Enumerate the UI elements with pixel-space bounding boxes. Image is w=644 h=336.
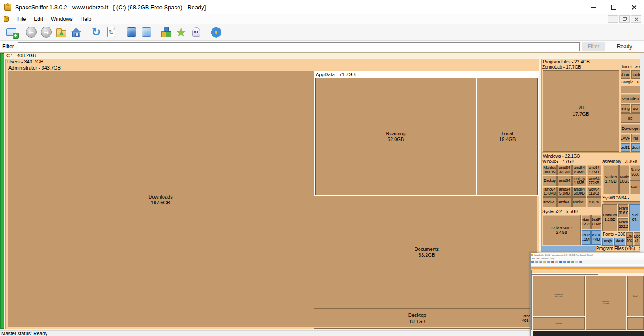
system32-header[interactable]: System32 - 5.5GB [542, 209, 601, 214]
block-pack[interactable]: pack [631, 70, 641, 79]
winsxs-cell[interactable]: amd64 [557, 176, 571, 186]
block-mi[interactable]: mi [631, 134, 641, 142]
winsxs-cell[interactable]: amd64_ [572, 197, 586, 207]
block-desk[interactable]: desk [614, 238, 625, 246]
windows-header[interactable]: Windows - 22.1GB [542, 153, 640, 159]
users-header[interactable]: Users - 343.7GB [6, 59, 539, 65]
block-syswow64[interactable]: SysWOW64 - 1.2GB [602, 195, 640, 205]
winsxs-cell[interactable]: amd6413.8MB [543, 187, 557, 197]
folder-up-button[interactable] [54, 25, 69, 39]
mdi-close-button[interactable] [631, 15, 641, 23]
block-documents[interactable]: Documents 63.2GB [314, 196, 539, 308]
maximize-button[interactable] [603, 0, 624, 14]
fonts-header[interactable]: Fonts - 380 [603, 232, 626, 237]
winsxs-cell[interactable]: Backup [543, 176, 557, 186]
more-detail-button[interactable] [139, 25, 154, 39]
refresh-button[interactable] [89, 25, 104, 39]
block-downloads[interactable]: Downloads 197.5GB [8, 71, 314, 329]
block-driverstore[interactable]: DriverStore2.4GB [543, 215, 581, 245]
block-datastore[interactable]: DataSto1.1GB [602, 204, 617, 231]
block-winsxs[interactable]: WinSxS - 7.7GB Manifes388.0M amd6449.7M … [542, 159, 601, 208]
block-c6cl[interactable]: c6cl67. [629, 204, 640, 231]
assembly-header[interactable]: assembly - 3.3GB [602, 159, 640, 164]
block-local[interactable]: Local 19.4GB [477, 78, 538, 195]
block-administrator[interactable]: Administrator - 343.7GB Downloads 197.5G… [7, 65, 538, 328]
block-share[interactable]: share [621, 70, 630, 79]
block-fram2[interactable]: Fram292.2 [618, 218, 628, 231]
block-lib[interactable]: lib [621, 113, 640, 123]
less-detail-button[interactable] [124, 25, 139, 39]
zennolab-header[interactable]: ZennoLab - 17.7GB [542, 65, 620, 70]
block-lavf[interactable]: LAVF [621, 134, 630, 142]
block-desl[interactable]: desl [631, 143, 641, 152]
block-dotnet-header[interactable]: dotnet - 89 [621, 65, 640, 70]
block-wsmpt[interactable]: WsmPt4KB [591, 230, 601, 245]
unknown-space-button[interactable] [174, 25, 189, 39]
block-usr[interactable]: usr [631, 104, 641, 113]
block-system32[interactable]: System32 - 5.5GB DriverStore2.4GB wbem11… [542, 209, 601, 246]
block-nativeimages3[interactable]: Nativ560. [630, 165, 640, 180]
mini-title-bar[interactable]: SpaceSniffer 1.3.0.2 - www.uderzo.it - [… [531, 253, 644, 257]
winsxs-cell[interactable]: amd645.3MB [557, 187, 571, 197]
home-button[interactable] [69, 25, 84, 39]
block-program-files-x86[interactable]: Program Files (x86) - 9.4GB [541, 246, 640, 252]
winsxs-cell[interactable]: amd64500KB [572, 187, 586, 197]
free-space-button[interactable] [159, 25, 174, 39]
winsxs-header[interactable]: WinSxS - 7.7GB [542, 159, 601, 164]
c-drive-header[interactable]: C:\ - 408.2GB [6, 53, 36, 59]
filter-input[interactable] [18, 42, 580, 51]
pf-x86-selected-area[interactable] [542, 246, 596, 251]
syswow64-body[interactable] [603, 201, 640, 204]
winsxs-cell[interactable]: amd6449.7M [557, 165, 571, 175]
block-google-body[interactable] [621, 86, 640, 93]
rescan-file-button[interactable] [104, 25, 119, 39]
block-zennolab[interactable]: ZennoLab - 17.7GB RU 17.7GB [542, 65, 620, 152]
minimize-button[interactable] [583, 0, 603, 14]
block-wbem[interactable]: wbem113.2M [582, 215, 591, 229]
winsxs-cell[interactable]: msil_sy1.5MB [572, 176, 586, 186]
mini-spacesniffer-window[interactable]: SpaceSniffer 1.3.0.2 - www.uderzo.it - [… [530, 253, 644, 336]
winsxs-cell[interactable]: x86_w [587, 197, 601, 207]
block-ee51[interactable]: ee51 [621, 143, 630, 152]
winsxs-cell[interactable]: amd642.3MB [572, 165, 586, 175]
block-msjh[interactable]: msjh [602, 238, 613, 246]
block-development[interactable]: Developn [621, 124, 640, 133]
block-desktop[interactable]: Desktop 10.1GB [314, 308, 520, 329]
mdi-restore-button[interactable] [619, 15, 630, 23]
block-ru[interactable]: RU 17.7GB [543, 70, 619, 152]
block-nativeimages2[interactable]: Nativ1.0GB [619, 165, 629, 194]
winsxs-cell[interactable]: wow64772KB [587, 176, 601, 186]
block-appdata[interactable]: AppData - 71.7GB Roaming 52.0GB Local [314, 71, 539, 196]
back-button[interactable] [23, 25, 39, 39]
program-files-header[interactable]: Program Files - 22.4GB [542, 59, 640, 65]
winsxs-cell[interactable]: wow64112KB [587, 187, 601, 197]
winsxs-cell[interactable]: Manifes388.0M [543, 165, 557, 175]
menu-file[interactable]: File [13, 14, 30, 24]
administrator-header[interactable]: Administrator - 343.7GB [7, 65, 538, 71]
filter-button[interactable]: Filter [582, 42, 605, 51]
ghost-folders-button[interactable] [189, 25, 204, 39]
close-button[interactable] [624, 0, 644, 14]
block-google-header[interactable]: Google - 6 [621, 80, 640, 85]
free-space-block[interactable] [0, 53, 4, 329]
winsxs-cell[interactable]: amd641.1MB [587, 165, 601, 175]
menu-help[interactable]: Help [77, 14, 96, 24]
block-program-files[interactable]: Program Files - 22.4GB ZennoLab - 17.7GB… [541, 59, 640, 153]
block-bestpr[interactable]: BestPr8.1MB [591, 215, 601, 229]
block-gac[interactable]: GAC [630, 180, 640, 194]
block-loc[interactable]: Loc41. [634, 232, 640, 246]
block-fram1[interactable]: Fram316.0 [618, 204, 628, 217]
block-ming[interactable]: ming [621, 104, 630, 113]
forward-button[interactable] [39, 25, 54, 39]
block-netcent[interactable]: netcen1.1MB [582, 230, 591, 245]
new-view-button[interactable] [4, 25, 19, 39]
block-assembly[interactable]: assembly - 3.3GB NativeI1.4GB Nativ1.0GB… [602, 159, 640, 195]
block-roaming[interactable]: Roaming 52.0GB [315, 78, 476, 195]
menu-edit[interactable]: Edit [30, 14, 47, 24]
block-enc[interactable]: Enc102 [626, 232, 633, 246]
block-windows[interactable]: Windows - 22.1GB WinSxS - 7.7GB Manifes3… [541, 153, 640, 246]
menu-windows[interactable]: Windows [47, 14, 77, 24]
block-nativeimages1[interactable]: NativeI1.4GB [603, 165, 619, 194]
block-virtualbox[interactable]: VirtualBo [621, 94, 640, 103]
appdata-header[interactable]: AppData - 71.7GB [314, 71, 539, 78]
